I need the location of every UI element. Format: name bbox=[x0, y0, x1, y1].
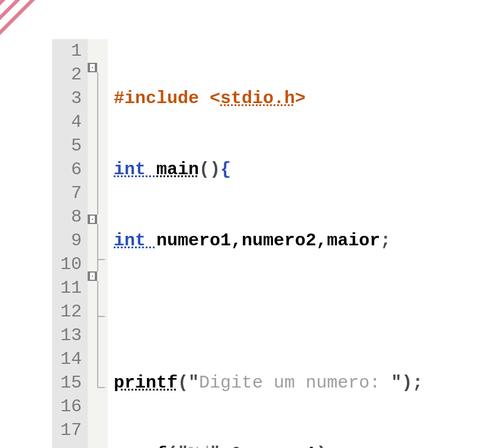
svg-line-3 bbox=[0, 0, 83, 21]
fold-cell bbox=[88, 96, 108, 120]
line-number: 1 bbox=[60, 39, 82, 63]
fold-cell bbox=[88, 167, 108, 191]
code-line: #include <stdio.h> bbox=[114, 87, 455, 110]
line-number: 15 bbox=[60, 371, 82, 395]
fold-cell bbox=[88, 305, 108, 328]
fold-cell bbox=[88, 248, 108, 271]
fold-toggle-icon[interactable] bbox=[89, 215, 96, 224]
fold-cell bbox=[88, 352, 108, 376]
line-number: 5 bbox=[60, 134, 82, 158]
line-number: 7 bbox=[60, 181, 82, 205]
line-number: 13 bbox=[60, 324, 82, 347]
code-line: int numero1,numero2,maior; bbox=[114, 229, 455, 252]
code-line: printf("Digite um numero: "); bbox=[114, 371, 455, 395]
fold-cell bbox=[88, 191, 108, 215]
line-number: 3 bbox=[60, 87, 82, 110]
line-number: 8 bbox=[60, 205, 82, 229]
fold-cell bbox=[88, 143, 108, 167]
fold-cell[interactable] bbox=[88, 271, 97, 281]
svg-line-4 bbox=[0, 0, 83, 36]
code-line bbox=[114, 300, 455, 324]
line-number: 14 bbox=[60, 347, 82, 371]
fold-cell bbox=[88, 39, 108, 63]
line-number: 4 bbox=[60, 110, 82, 134]
fold-cell bbox=[88, 328, 108, 352]
code-area: #include <stdio.h> int main(){ int numer… bbox=[108, 39, 455, 448]
line-number: 17 bbox=[60, 418, 82, 442]
fold-toggle-icon[interactable] bbox=[89, 271, 96, 281]
fold-column bbox=[88, 39, 108, 448]
fold-cell bbox=[88, 376, 108, 399]
fold-cell[interactable] bbox=[88, 215, 97, 224]
line-number: 2 bbox=[60, 63, 82, 87]
fold-cell bbox=[88, 120, 108, 143]
fold-cell[interactable] bbox=[88, 63, 97, 72]
fold-cell bbox=[88, 72, 108, 96]
fold-cell bbox=[88, 224, 108, 248]
line-number: 9 bbox=[60, 229, 82, 252]
line-number: 6 bbox=[60, 158, 82, 181]
code-editor: 1 2 3 4 5 6 7 8 9 10 11 12 13 14 15 16 1… bbox=[52, 39, 455, 448]
line-number: 12 bbox=[60, 300, 82, 324]
fold-cell bbox=[88, 281, 108, 305]
line-number: 11 bbox=[60, 276, 82, 300]
code-line: int main(){ bbox=[114, 158, 455, 181]
line-number: 10 bbox=[60, 252, 82, 276]
line-number: 16 bbox=[60, 395, 82, 418]
svg-line-2 bbox=[0, 0, 83, 6]
code-line: scanf("%d",&numero1); bbox=[114, 442, 455, 448]
line-number-gutter: 1 2 3 4 5 6 7 8 9 10 11 12 13 14 15 16 1… bbox=[52, 39, 88, 448]
fold-toggle-icon[interactable] bbox=[89, 63, 96, 72]
